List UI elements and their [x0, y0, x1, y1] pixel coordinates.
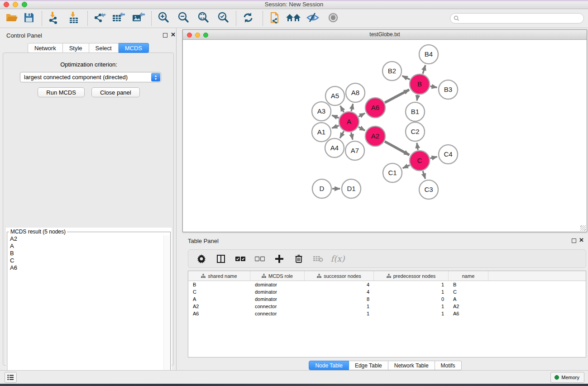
- tab-mcds[interactable]: MCDS: [119, 43, 149, 53]
- table-cell[interactable]: 1: [374, 310, 449, 317]
- node-C1[interactable]: C1: [383, 163, 402, 182]
- node-A8[interactable]: A8: [346, 83, 365, 102]
- zoom-in-button[interactable]: [155, 10, 172, 27]
- edge-A2-C[interactable]: [385, 142, 409, 155]
- edge-C-C2[interactable]: [417, 143, 418, 150]
- edge-C-C4[interactable]: [430, 157, 437, 158]
- edge-B-B4[interactable]: [423, 65, 425, 74]
- close-panel-icon[interactable]: ✕: [171, 31, 176, 38]
- search-input[interactable]: [461, 14, 583, 23]
- column-header-shared-name[interactable]: shared name: [188, 271, 250, 281]
- node-table[interactable]: shared nameMCDS rolesuccessor nodesprede…: [188, 271, 586, 357]
- node-A4[interactable]: A4: [325, 138, 344, 157]
- column-header-MCDS-role[interactable]: MCDS role: [250, 271, 305, 281]
- node-A3[interactable]: A3: [312, 102, 331, 121]
- table-cell[interactable]: dominator: [250, 295, 305, 303]
- column-header-successor-nodes[interactable]: successor nodes: [305, 271, 374, 281]
- node-B3[interactable]: B3: [439, 80, 458, 99]
- show-columns-button[interactable]: [216, 254, 226, 264]
- table-cell[interactable]: A6: [449, 310, 488, 317]
- node-B[interactable]: B: [410, 74, 430, 94]
- node-C4[interactable]: C4: [439, 145, 458, 164]
- table-row[interactable]: A2connector11A2: [188, 303, 586, 310]
- edge-B-B2[interactable]: [402, 76, 410, 80]
- table-cell[interactable]: 8: [305, 295, 374, 303]
- table-cell[interactable]: C: [449, 288, 488, 295]
- zoom-out-button[interactable]: [175, 10, 191, 27]
- edge-C-C3[interactable]: [423, 171, 425, 179]
- table-row[interactable]: Adominator80A: [188, 295, 586, 303]
- apply-function-button[interactable]: f(x): [333, 254, 343, 264]
- result-item[interactable]: A2: [8, 235, 163, 243]
- table-cell[interactable]: A2: [188, 303, 250, 310]
- network-window[interactable]: testGlobe.txt AA1A2A3A4A5A6A7A8BB1B2B3B4…: [182, 29, 587, 232]
- table-cell[interactable]: 1: [305, 310, 374, 317]
- table-cell[interactable]: C: [188, 288, 250, 295]
- node-D[interactable]: D: [312, 179, 331, 198]
- edge-A-A5[interactable]: [340, 106, 344, 112]
- criterion-select[interactable]: largest connected component (directed) ▲…: [20, 72, 161, 82]
- table-cell[interactable]: A2: [449, 303, 488, 310]
- open-session-button[interactable]: [4, 10, 20, 27]
- tab-network[interactable]: Network: [28, 43, 63, 53]
- table-cell[interactable]: connector: [250, 310, 305, 317]
- resize-grip[interactable]: [580, 225, 586, 231]
- table-cell[interactable]: connector: [250, 303, 305, 310]
- float-table-panel-icon[interactable]: [572, 238, 576, 243]
- table-cell[interactable]: dominator: [250, 288, 305, 295]
- import-network-button[interactable]: [45, 10, 62, 27]
- tab-select[interactable]: Select: [89, 43, 119, 53]
- table-cell[interactable]: 1: [374, 303, 449, 310]
- node-A[interactable]: A: [339, 112, 359, 132]
- import-table-button[interactable]: [66, 10, 82, 27]
- mcds-result-list[interactable]: A2ABCA6: [8, 235, 163, 383]
- tab-style[interactable]: Style: [63, 43, 89, 53]
- table-cell[interactable]: B: [449, 281, 488, 288]
- zoom-selected-button[interactable]: [215, 10, 231, 27]
- memory-button[interactable]: Memory: [550, 372, 584, 383]
- table-row[interactable]: A6connector11A6: [188, 310, 586, 317]
- edge-C-C1[interactable]: [403, 165, 410, 168]
- save-session-button[interactable]: [21, 10, 37, 27]
- export-network-button[interactable]: [91, 10, 107, 27]
- table-cell[interactable]: dominator: [250, 281, 305, 288]
- tab-edge-table[interactable]: Edge Table: [349, 361, 388, 370]
- close-panel-button[interactable]: Close panel: [91, 87, 140, 97]
- table-cell[interactable]: 0: [374, 295, 449, 303]
- node-C3[interactable]: C3: [419, 180, 438, 199]
- close-table-panel-icon[interactable]: ✕: [579, 237, 584, 243]
- export-table-button[interactable]: [110, 10, 127, 27]
- float-panel-icon[interactable]: [163, 33, 167, 38]
- table-cell[interactable]: A: [449, 295, 488, 303]
- edge-B-B3[interactable]: [430, 86, 437, 88]
- node-A7[interactable]: A7: [345, 141, 364, 160]
- edge-A-A7[interactable]: [351, 133, 353, 140]
- hide-details-button[interactable]: [305, 10, 321, 27]
- export-image-button[interactable]: [130, 10, 147, 27]
- edge-A-A8[interactable]: [351, 104, 353, 111]
- column-header-name[interactable]: name: [449, 271, 488, 281]
- table-cell[interactable]: 1: [374, 281, 449, 288]
- edge-A-A3[interactable]: [332, 115, 339, 118]
- node-C[interactable]: C: [410, 151, 430, 171]
- node-C2[interactable]: C2: [406, 122, 425, 141]
- node-A5[interactable]: A5: [325, 86, 344, 105]
- table-cell[interactable]: 4: [305, 288, 374, 295]
- search-field[interactable]: [450, 13, 584, 24]
- node-D1[interactable]: D1: [342, 179, 361, 198]
- network-canvas[interactable]: AA1A2A3A4A5A6A7A8BB1B2B3B4CC1C2C3C4DD1: [183, 40, 587, 232]
- table-settings-button[interactable]: [196, 254, 206, 264]
- window-titlebar[interactable]: Session: New Session: [0, 0, 588, 9]
- node-A2[interactable]: A2: [365, 126, 385, 146]
- result-scrollbar[interactable]: [163, 235, 170, 383]
- zoom-fit-button[interactable]: [195, 10, 211, 27]
- edge-A-A6[interactable]: [359, 113, 365, 116]
- node-B4[interactable]: B4: [419, 45, 438, 64]
- table-cell[interactable]: 1: [374, 288, 449, 295]
- node-B1[interactable]: B1: [406, 102, 425, 121]
- network-document-button[interactable]: [267, 10, 283, 27]
- table-cell[interactable]: 4: [305, 281, 374, 288]
- result-item[interactable]: C: [8, 257, 163, 264]
- edge-A6-B[interactable]: [385, 90, 409, 103]
- add-column-button[interactable]: [274, 254, 284, 264]
